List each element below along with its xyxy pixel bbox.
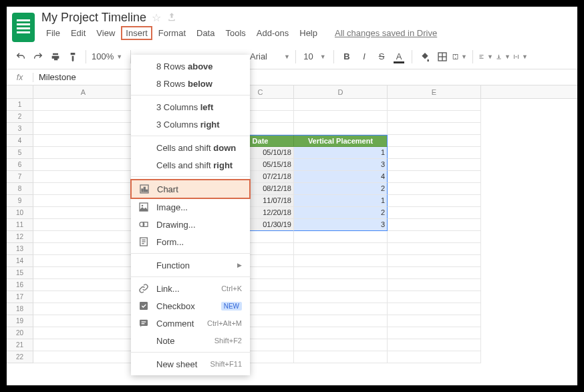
insert-new-sheet[interactable]: New sheetShift+F11 — [131, 355, 250, 373]
cell[interactable] — [294, 243, 388, 255]
row-header[interactable]: 8 — [7, 183, 33, 195]
cell[interactable] — [388, 99, 481, 111]
cell[interactable] — [33, 231, 134, 243]
fill-color-icon[interactable] — [418, 49, 432, 64]
cell[interactable] — [294, 351, 388, 363]
cell[interactable]: 2 — [294, 207, 388, 219]
select-all-corner[interactable] — [7, 85, 33, 99]
insert-image[interactable]: Image... — [131, 198, 250, 216]
row-header[interactable]: 7 — [7, 171, 33, 183]
cell[interactable] — [388, 135, 481, 147]
cell[interactable] — [294, 99, 388, 111]
print-icon[interactable] — [48, 49, 63, 64]
cell[interactable] — [294, 255, 388, 267]
insert-checkbox[interactable]: CheckboxNEW — [131, 297, 250, 315]
cell[interactable] — [33, 279, 134, 291]
cell[interactable] — [388, 123, 481, 135]
font-size-select[interactable]: 10▼ — [301, 51, 328, 61]
cell[interactable] — [388, 315, 481, 327]
insert-drawing[interactable]: Drawing... — [131, 216, 250, 233]
insert-comment[interactable]: CommentCtrl+Alt+M — [131, 315, 250, 332]
font-select[interactable]: Arial▼ — [250, 51, 290, 61]
cell[interactable] — [33, 207, 134, 219]
insert-link[interactable]: Link...Ctrl+K — [131, 280, 250, 297]
cell[interactable] — [388, 291, 481, 303]
horizontal-align-icon[interactable]: ▼ — [478, 49, 493, 64]
cell[interactable] — [388, 339, 481, 351]
cell[interactable] — [294, 279, 388, 291]
col-header-a[interactable]: A — [33, 85, 134, 98]
col-header-e[interactable]: E — [388, 85, 481, 98]
cell[interactable] — [388, 111, 481, 123]
cell[interactable] — [33, 267, 134, 279]
cell[interactable] — [388, 267, 481, 279]
cell[interactable] — [33, 159, 134, 171]
formula-bar[interactable]: Milestone — [33, 72, 577, 82]
insert-form[interactable]: Form... — [131, 233, 250, 250]
cell[interactable] — [33, 303, 134, 315]
italic-button[interactable]: I — [357, 49, 372, 64]
menu-insert[interactable]: Insert — [121, 26, 152, 40]
merge-cells-icon[interactable]: ▼ — [452, 49, 467, 64]
row-header[interactable]: 14 — [7, 255, 33, 267]
cell[interactable] — [33, 135, 134, 147]
cell[interactable]: 3 — [294, 219, 388, 231]
cell[interactable]: 3 — [294, 159, 388, 171]
strikethrough-button[interactable]: S — [374, 49, 389, 64]
cell[interactable] — [33, 327, 134, 339]
undo-icon[interactable] — [13, 49, 28, 64]
menu-edit[interactable]: Edit — [66, 26, 90, 40]
row-header[interactable]: 9 — [7, 195, 33, 207]
insert-rows-below[interactable]: 8 Rows below — [131, 75, 250, 92]
document-title[interactable]: My Project Timeline — [41, 11, 146, 25]
zoom-select[interactable]: 100%▼ — [92, 51, 125, 61]
menu-file[interactable]: File — [41, 26, 65, 40]
cell[interactable] — [388, 327, 481, 339]
col-header-d[interactable]: D — [294, 85, 388, 98]
cell[interactable] — [33, 255, 134, 267]
insert-cols-left[interactable]: 3 Columns left — [131, 98, 250, 116]
row-header[interactable]: 10 — [7, 207, 33, 219]
row-header[interactable]: 21 — [7, 339, 33, 351]
insert-cols-right[interactable]: 3 Columns right — [131, 116, 250, 133]
cell[interactable] — [33, 219, 134, 231]
borders-icon[interactable] — [435, 49, 450, 64]
text-wrap-icon[interactable]: ▼ — [513, 49, 528, 64]
vertical-align-icon[interactable]: ▼ — [496, 49, 510, 64]
cell[interactable]: Vertical Placement — [294, 135, 388, 147]
cell[interactable] — [294, 111, 388, 123]
cell[interactable] — [33, 315, 134, 327]
row-header[interactable]: 16 — [7, 279, 33, 291]
cell[interactable] — [33, 351, 134, 363]
row-header[interactable]: 22 — [7, 351, 33, 363]
cell[interactable] — [33, 183, 134, 195]
cell[interactable] — [33, 123, 134, 135]
row-header[interactable]: 5 — [7, 147, 33, 159]
cell[interactable] — [33, 291, 134, 303]
cell[interactable] — [33, 147, 134, 159]
cell[interactable] — [388, 231, 481, 243]
menu-addons[interactable]: Add-ons — [252, 26, 293, 40]
cell[interactable] — [294, 339, 388, 351]
cell[interactable] — [33, 99, 134, 111]
cell[interactable] — [33, 243, 134, 255]
bold-button[interactable]: B — [339, 49, 354, 64]
cell[interactable] — [388, 183, 481, 195]
text-color-button[interactable]: A — [392, 49, 406, 64]
cell[interactable] — [294, 291, 388, 303]
insert-cells-down[interactable]: Cells and shift down — [131, 139, 250, 156]
insert-function[interactable]: Function▶ — [131, 256, 250, 274]
cell[interactable] — [33, 195, 134, 207]
cell[interactable] — [388, 171, 481, 183]
row-header[interactable]: 11 — [7, 219, 33, 231]
save-status[interactable]: All changes saved in Drive — [330, 26, 442, 40]
cell[interactable] — [33, 171, 134, 183]
insert-rows-above[interactable]: 8 Rows above — [131, 57, 250, 75]
cell[interactable] — [388, 219, 481, 231]
cell[interactable] — [388, 147, 481, 159]
insert-chart[interactable]: Chart — [130, 179, 251, 199]
insert-note[interactable]: NoteShift+F2 — [131, 332, 250, 349]
cell[interactable] — [388, 207, 481, 219]
row-header[interactable]: 13 — [7, 243, 33, 255]
share-icon[interactable] — [166, 12, 178, 24]
